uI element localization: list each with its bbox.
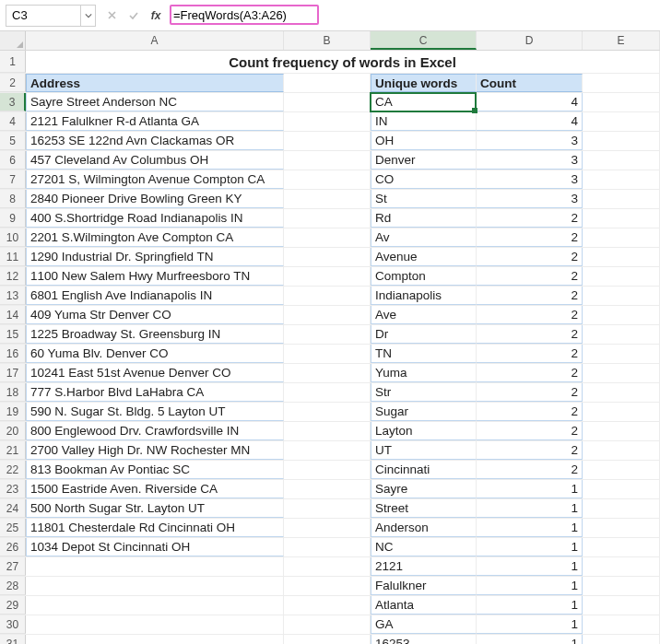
word-cell[interactable]: GA bbox=[371, 615, 477, 634]
count-cell[interactable]: 1 bbox=[477, 596, 583, 615]
count-cell[interactable]: 1 bbox=[477, 480, 583, 498]
address-cell[interactable]: 2840 Pioneer Drive Bowling Green KY bbox=[26, 190, 284, 208]
cell[interactable] bbox=[583, 267, 660, 286]
word-cell[interactable]: Ave bbox=[371, 306, 477, 324]
row-header[interactable]: 13 bbox=[0, 287, 26, 305]
cell[interactable] bbox=[583, 325, 660, 344]
cell[interactable] bbox=[583, 403, 660, 421]
count-cell[interactable]: 4 bbox=[477, 93, 583, 111]
cell[interactable] bbox=[583, 480, 660, 498]
count-cell[interactable]: 2 bbox=[477, 209, 583, 228]
col-header-C[interactable]: C bbox=[371, 31, 477, 50]
cell[interactable] bbox=[583, 287, 660, 305]
row-header[interactable]: 28 bbox=[0, 577, 26, 595]
cell[interactable] bbox=[284, 596, 371, 615]
enter-formula-button[interactable] bbox=[124, 6, 144, 26]
word-cell[interactable]: Avenue bbox=[371, 248, 477, 266]
cell[interactable] bbox=[284, 325, 371, 344]
address-cell[interactable]: 2121 Falulkner R-d Atlanta GA bbox=[26, 112, 284, 131]
count-cell[interactable]: 3 bbox=[477, 170, 583, 189]
cell[interactable] bbox=[284, 267, 371, 286]
count-cell[interactable]: 2 bbox=[477, 422, 583, 440]
cell[interactable] bbox=[284, 538, 371, 556]
cell[interactable] bbox=[583, 422, 660, 440]
word-cell[interactable]: Av bbox=[371, 228, 477, 247]
cell[interactable] bbox=[583, 615, 660, 634]
row-header[interactable]: 18 bbox=[0, 383, 26, 402]
address-cell[interactable]: 1290 Industrial Dr. Springfield TN bbox=[26, 248, 284, 266]
word-cell[interactable]: Atlanta bbox=[371, 596, 477, 615]
cell[interactable] bbox=[583, 596, 660, 615]
count-cell[interactable]: 2 bbox=[477, 325, 583, 344]
word-cell[interactable]: Yuma bbox=[371, 364, 477, 382]
cell[interactable] bbox=[284, 248, 371, 266]
cell[interactable] bbox=[284, 170, 371, 189]
address-cell[interactable]: 1034 Depot St Cincinnati OH bbox=[26, 538, 284, 556]
address-cell[interactable]: 409 Yuma Str Denver CO bbox=[26, 306, 284, 324]
count-cell[interactable]: 2 bbox=[477, 383, 583, 402]
count-cell[interactable]: 4 bbox=[477, 112, 583, 131]
count-cell[interactable]: 1 bbox=[477, 615, 583, 634]
count-cell[interactable]: 3 bbox=[477, 151, 583, 170]
cell[interactable] bbox=[583, 190, 660, 208]
address-cell[interactable]: 590 N. Sugar St. Bldg. 5 Layton UT bbox=[26, 403, 284, 421]
count-cell[interactable]: 2 bbox=[477, 228, 583, 247]
col-header-E[interactable]: E bbox=[583, 31, 660, 50]
address-cell[interactable]: 777 S.Harbor Blvd LaHabra CA bbox=[26, 383, 284, 402]
address-cell[interactable]: 60 Yuma Blv. Denver CO bbox=[26, 345, 284, 363]
cell[interactable] bbox=[583, 557, 660, 576]
col-header-B[interactable]: B bbox=[284, 31, 371, 50]
word-cell[interactable]: TN bbox=[371, 345, 477, 363]
cell[interactable] bbox=[284, 228, 371, 247]
address-cell[interactable]: 16253 SE 122nd Avn Clackamas OR bbox=[26, 132, 284, 150]
address-cell[interactable]: 10241 East 51st Avenue Denver CO bbox=[26, 364, 284, 382]
row-header[interactable]: 4 bbox=[0, 112, 26, 131]
cell[interactable] bbox=[583, 74, 660, 92]
cell[interactable] bbox=[284, 499, 371, 518]
insert-function-button[interactable]: fx bbox=[146, 6, 166, 26]
count-cell[interactable]: 2 bbox=[477, 441, 583, 460]
cell[interactable] bbox=[284, 287, 371, 305]
cell[interactable] bbox=[583, 306, 660, 324]
row-header[interactable]: 21 bbox=[0, 441, 26, 460]
cell[interactable] bbox=[284, 461, 371, 479]
cell[interactable] bbox=[583, 209, 660, 228]
cell[interactable] bbox=[583, 345, 660, 363]
cell[interactable] bbox=[583, 170, 660, 189]
cell[interactable] bbox=[284, 74, 371, 92]
cell[interactable] bbox=[284, 403, 371, 421]
row-header[interactable]: 30 bbox=[0, 615, 26, 634]
word-cell[interactable]: Falulkner bbox=[371, 577, 477, 595]
cell[interactable] bbox=[284, 151, 371, 170]
address-cell[interactable]: 1500 Eastride Aven. Riverside CA bbox=[26, 480, 284, 498]
cell[interactable] bbox=[583, 228, 660, 247]
address-cell[interactable]: 27201 S, Wilmington Avenue Compton CA bbox=[26, 170, 284, 189]
count-cell[interactable]: 2 bbox=[477, 248, 583, 266]
count-cell[interactable]: 1 bbox=[477, 538, 583, 556]
word-cell[interactable]: Sayre bbox=[371, 480, 477, 498]
cell[interactable] bbox=[583, 93, 660, 111]
count-cell[interactable]: 1 bbox=[477, 519, 583, 537]
row-header[interactable]: 29 bbox=[0, 596, 26, 615]
cell[interactable] bbox=[583, 151, 660, 170]
address-cell[interactable] bbox=[26, 615, 284, 634]
word-cell[interactable]: OH bbox=[371, 132, 477, 150]
count-cell[interactable]: 2 bbox=[477, 306, 583, 324]
address-cell[interactable]: 500 North Sugar Str. Layton UT bbox=[26, 499, 284, 518]
word-cell[interactable]: Anderson bbox=[371, 519, 477, 537]
address-cell[interactable]: 457 Cleveland Av Columbus OH bbox=[26, 151, 284, 170]
word-cell[interactable]: 2121 bbox=[371, 557, 477, 576]
count-cell[interactable]: 3 bbox=[477, 190, 583, 208]
row-header[interactable]: 27 bbox=[0, 557, 26, 576]
row-header[interactable]: 26 bbox=[0, 538, 26, 556]
row-header[interactable]: 11 bbox=[0, 248, 26, 266]
cell[interactable] bbox=[284, 480, 371, 498]
row-header[interactable]: 5 bbox=[0, 132, 26, 150]
cell[interactable] bbox=[583, 441, 660, 460]
cell[interactable] bbox=[583, 538, 660, 556]
count-cell[interactable]: 3 bbox=[477, 132, 583, 150]
col-header-A[interactable]: A bbox=[26, 31, 284, 50]
row-header[interactable]: 31 bbox=[0, 635, 26, 644]
word-cell[interactable]: Street bbox=[371, 499, 477, 518]
row-header[interactable]: 16 bbox=[0, 345, 26, 363]
